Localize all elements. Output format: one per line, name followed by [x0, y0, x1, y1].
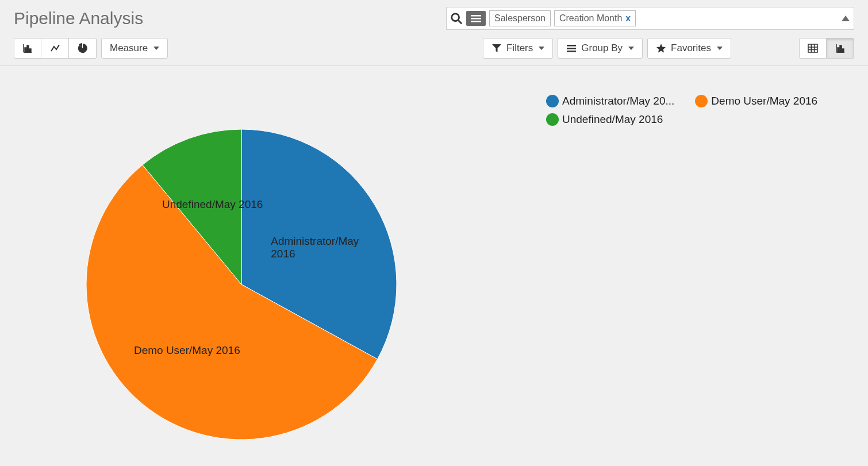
svg-marker-15 [656, 44, 666, 53]
svg-rect-9 [27, 45, 29, 52]
pie-chart-button[interactable] [69, 38, 97, 59]
graph-view-button[interactable] [827, 38, 854, 59]
chevron-up-icon[interactable] [841, 14, 850, 22]
legend-swatch [695, 95, 708, 107]
svg-rect-16 [808, 44, 817, 52]
facet-salesperson[interactable]: Salesperson [489, 10, 551, 26]
pie-chart: Administrator/May 2016Demo User/May 2016… [80, 124, 402, 445]
svg-rect-23 [838, 48, 839, 52]
facet-label: Salesperson [494, 13, 546, 24]
favorites-dropdown[interactable]: Favorites [647, 38, 731, 59]
legend-swatch [546, 95, 559, 107]
filter-icon [491, 43, 502, 53]
filters-dropdown[interactable]: Filters [483, 38, 553, 59]
caret-down-icon [153, 47, 159, 50]
facet-creation-month[interactable]: Creation Month x [554, 10, 636, 26]
svg-rect-12 [567, 45, 576, 47]
legend-label: Undefined/May 2016 [562, 113, 663, 126]
groupby-badge-icon [466, 11, 486, 26]
caret-down-icon [717, 47, 723, 50]
svg-rect-4 [471, 21, 481, 22]
legend-item-administrator[interactable]: Administrator/May 20... [546, 95, 674, 107]
close-icon[interactable]: x [625, 13, 631, 24]
svg-marker-5 [842, 16, 850, 21]
search-icon [450, 12, 463, 25]
table-icon [808, 43, 818, 53]
legend-item-demo-user[interactable]: Demo User/May 2016 [695, 95, 817, 107]
chart-legend: Administrator/May 20... Demo User/May 20… [546, 95, 834, 126]
line-chart-icon [50, 43, 60, 53]
svg-rect-24 [840, 45, 842, 52]
caret-down-icon [628, 47, 634, 50]
page-title: Pipeline Analysis [14, 9, 143, 28]
svg-rect-2 [471, 15, 481, 17]
svg-rect-10 [29, 49, 31, 52]
svg-rect-14 [567, 51, 576, 52]
measure-label: Measure [110, 43, 148, 54]
svg-rect-3 [471, 18, 481, 20]
legend-swatch [546, 113, 559, 126]
svg-rect-8 [25, 48, 26, 52]
svg-rect-25 [842, 49, 844, 52]
facet-label: Creation Month [559, 13, 622, 24]
svg-rect-13 [567, 48, 576, 49]
bar-chart-icon [22, 43, 33, 53]
favorites-label: Favorites [671, 43, 711, 54]
line-chart-button[interactable] [41, 38, 69, 59]
legend-label: Demo User/May 2016 [711, 95, 817, 107]
groupby-dropdown[interactable]: Group By [558, 38, 643, 59]
legend-label: Administrator/May 20... [562, 95, 674, 107]
view-switcher [799, 38, 854, 59]
pivot-view-button[interactable] [799, 38, 827, 59]
filters-label: Filters [506, 43, 533, 54]
caret-down-icon [539, 47, 544, 50]
measure-dropdown[interactable]: Measure [101, 38, 168, 59]
groupby-label: Group By [581, 43, 623, 54]
svg-point-0 [452, 14, 459, 21]
bar-chart-icon [835, 43, 846, 53]
svg-line-1 [458, 20, 462, 24]
search-bar[interactable]: Salesperson Creation Month x [446, 7, 854, 30]
list-icon [566, 43, 577, 53]
svg-marker-11 [492, 44, 501, 52]
chart-type-switcher [14, 38, 97, 59]
legend-item-undefined[interactable]: Undefined/May 2016 [546, 113, 663, 126]
star-icon [656, 43, 666, 53]
pie-chart-icon [78, 43, 88, 53]
bar-chart-button[interactable] [14, 38, 41, 59]
chart-area: Administrator/May 20... Demo User/May 20… [0, 66, 868, 446]
